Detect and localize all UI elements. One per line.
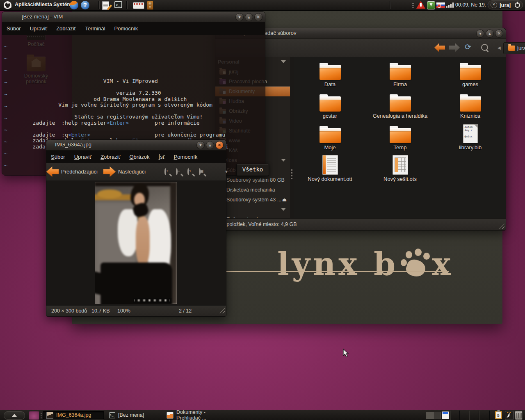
maximize-button[interactable]: ▴ [206,141,214,149]
sidebar-item-souborovysystem80gb[interactable]: Souborový systém 80 GB [215,175,290,185]
menu-pomocnik[interactable]: Pomocník [110,25,143,32]
menu-places[interactable]: Miesta [36,2,52,7]
file-list-area[interactable]: DataFirmagamesgcstarGenealogia a heraldi… [294,57,506,219]
resize-grip[interactable] [499,224,504,229]
taskbar-button-image-viewer[interactable]: IMG_6364a.jpg [43,411,104,419]
file-item-moje[interactable]: Moje [295,123,365,155]
image-viewer-statusbar: 200 × 300 bodů 10,7 KB 100% 2 / 12 [46,305,226,316]
next-image-button[interactable] [103,167,116,177]
image-canvas[interactable] [46,180,226,306]
back-button[interactable] [434,43,445,52]
menu-system[interactable]: Systém [53,2,71,7]
tasklist-handle[interactable] [41,412,42,418]
file-item-temp[interactable]: Temp [365,123,435,155]
menu-terminal[interactable]: Terminál [80,25,110,32]
sidebar-section-network[interactable] [215,205,290,215]
workspace-2[interactable] [434,412,441,419]
maximize-button[interactable]: ▴ [486,30,494,38]
keyboard-applet-icon[interactable] [133,2,144,9]
folder-icon [320,94,341,112]
previous-label[interactable]: Predchádzajúci [61,169,98,175]
menu-upravit[interactable]: Upraviť [25,25,52,32]
file-label: Firma [365,81,435,87]
workspace-1[interactable] [427,412,434,419]
folder-icon [460,94,481,112]
window-list-icon[interactable] [442,411,449,419]
previous-image-button[interactable] [46,167,59,177]
user-switcher[interactable]: ✕ juraj [488,0,523,9]
warning-tray-icon[interactable] [416,1,425,9]
menu-subor[interactable]: Súbor [2,25,25,32]
file-item-kniznica[interactable]: Kniznica [435,92,505,123]
file-label: gcstar [295,113,365,119]
file-item-data[interactable]: Data [295,60,365,92]
zoom-in-button[interactable]: + [164,168,166,175]
workspace-thumbnail-icon[interactable] [29,411,39,420]
spreadsheet-file-icon [393,155,408,175]
file-item-novydokument.ott[interactable]: Nový dokument.ott [295,155,365,187]
menu-ist[interactable]: Ísť [154,154,169,160]
section-collapse-icon[interactable] [281,208,286,211]
zoom-out-button[interactable]: − [176,168,178,175]
file-item-genealogiaaheraldika[interactable]: Genealogia a heraldika [365,92,435,123]
eject-icon[interactable]: ⏏ [282,197,287,203]
zoom-level: 100% [117,308,130,314]
vim-titlebar[interactable]: [Bez mena] - VIM ▾ ▴ ✕ [2,12,265,23]
network-signal-icon[interactable] [446,2,454,8]
menu-zobrazit[interactable]: Zobraziť [96,154,125,160]
terminal-icon: >_ [109,412,115,418]
ubuntu-menu-icon[interactable] [4,1,11,9]
workspace-switcher[interactable] [426,412,441,419]
file-item-games[interactable]: games [435,60,505,92]
toolbar-overflow-icon[interactable]: ▼ [224,169,228,174]
image-viewer-titlebar[interactable]: IMG_6364a.jpg ▾ ▴ ✕ [46,140,226,151]
forward-button[interactable] [449,43,460,52]
folder-icon [320,126,341,143]
section-collapse-icon[interactable] [281,159,286,162]
menu-obrazok[interactable]: Obrázok [125,154,154,160]
sidebar-item-souborovysystem43[interactable]: Souborový systém 43 ...⏏ [215,195,290,205]
text-editor-launcher-icon[interactable] [102,1,109,10]
speaker-applet-icon[interactable] [147,1,153,10]
tray-app-icon[interactable] [505,411,514,420]
trash-applet-icon[interactable] [515,411,523,420]
power-icon[interactable] [515,2,520,8]
resize-grip[interactable] [219,308,225,313]
minimize-button[interactable]: ▾ [196,141,205,149]
section-collapse-icon[interactable] [281,60,286,63]
breadcrumb-root[interactable]: juraj [504,43,525,54]
menu-pomocnik[interactable]: Pomocník [169,154,202,160]
menu-upravit[interactable]: Upraviť [70,154,96,160]
help-launcher-icon[interactable]: ? [81,1,89,9]
close-button[interactable]: ✕ [254,13,262,21]
file-item-firma[interactable]: Firma [365,60,435,92]
maximize-button[interactable]: ▴ [245,13,253,21]
search-icon[interactable] [481,44,488,51]
minimize-button[interactable]: ▾ [476,30,484,38]
menu-applications[interactable]: Aplikácie [15,2,37,7]
firefox-launcher-icon[interactable] [70,1,78,9]
file-item-gcstar[interactable]: gcstar [295,92,365,123]
taskbar-button-file-manager[interactable]: Dokumenty - Prehliadač ... [163,411,232,419]
normal-size-button[interactable]: 1 [187,168,189,175]
next-label[interactable]: Nasledujúci [118,169,146,175]
update-manager-tray-icon[interactable] [427,1,435,9]
sidebar-item-disketovamechanika[interactable]: Disketová mechanika [215,185,290,195]
terminal-launcher-icon[interactable]: >_ [114,1,122,8]
show-desktop-button[interactable] [4,411,25,420]
minimize-button[interactable]: ▾ [235,13,244,21]
close-button[interactable]: ✕ [215,141,224,149]
breadcrumb-scroll-left-icon[interactable]: ◀ [498,46,501,50]
menu-zobrazit[interactable]: Zobraziť [52,25,80,32]
clipboard-tray-icon[interactable]: G [495,411,502,419]
refresh-button[interactable]: ⟳ [465,42,471,52]
slovak-flag-keyboard-layout-icon[interactable] [436,2,445,9]
menu-subor[interactable]: Súbor [46,154,70,160]
file-item-novysesit.ots[interactable]: Nový sešit.ots [365,155,435,187]
taskbar-button-terminal[interactable]: >_ [Bez mena] [106,411,161,419]
bottom-panel: IMG_6364a.jpg >_ [Bez mena] Dokumenty - … [0,410,525,420]
close-button[interactable]: ✕ [495,30,503,38]
tray-handle[interactable] [412,2,414,8]
best-fit-button[interactable]: ▣ [199,168,201,175]
file-item-library.bib[interactable]: Autom Any c @misclibrary.bib [435,123,505,155]
